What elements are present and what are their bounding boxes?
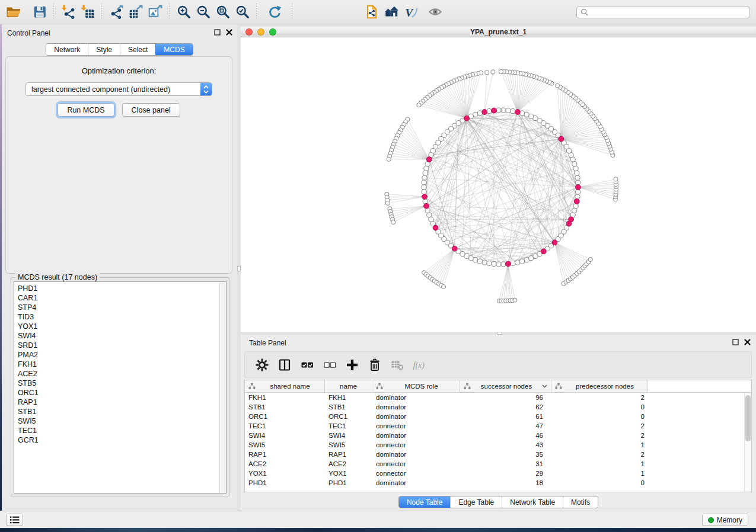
leaf-node[interactable] <box>441 284 445 289</box>
table-settings-button[interactable] <box>251 355 273 375</box>
leaf-node[interactable] <box>614 177 618 181</box>
network-node[interactable] <box>487 108 492 113</box>
zoom-out-button[interactable] <box>193 2 213 22</box>
mcds-hub-node[interactable] <box>552 240 557 245</box>
mcds-result-item[interactable]: GCR1 <box>18 435 226 445</box>
network-window-titlebar[interactable]: YPA_prune.txt_1 <box>241 27 756 37</box>
tab-motifs[interactable]: Motifs <box>563 496 598 508</box>
network-node[interactable] <box>422 190 426 194</box>
mcds-hub-node[interactable] <box>424 203 429 209</box>
import-table-button[interactable] <box>78 2 97 22</box>
network-node[interactable] <box>575 194 580 199</box>
mcds-list-scrollbar[interactable] <box>219 282 226 493</box>
leaf-node[interactable] <box>485 70 489 75</box>
leaf-node[interactable] <box>513 298 517 302</box>
column-header-MCDS-role[interactable]: MCDS role <box>372 380 460 392</box>
leaf-node[interactable] <box>555 84 559 88</box>
save-session-button[interactable] <box>30 2 49 22</box>
sort-chevron-icon[interactable] <box>542 384 547 389</box>
network-node[interactable] <box>575 171 579 175</box>
network-node[interactable] <box>501 262 506 267</box>
close-panel-button[interactable]: Close panel <box>122 103 180 117</box>
delete-table-button[interactable] <box>386 355 409 375</box>
network-node[interactable] <box>492 261 496 266</box>
network-node[interactable] <box>477 111 482 116</box>
column-header-name[interactable]: name <box>325 380 372 392</box>
table-row[interactable]: FKH1FKH1dominator962 <box>245 393 744 402</box>
mcds-hub-node[interactable] <box>515 110 520 115</box>
show-hide-button[interactable] <box>425 2 445 22</box>
network-canvas[interactable] <box>241 37 756 332</box>
network-node[interactable] <box>422 180 426 185</box>
network-node[interactable] <box>496 262 501 267</box>
mcds-result-item[interactable]: SWI4 <box>18 331 226 341</box>
mcds-hub-node[interactable] <box>541 249 546 254</box>
mcds-result-item[interactable]: ORC1 <box>18 388 226 398</box>
mcds-hub-node[interactable] <box>574 198 579 204</box>
network-node[interactable] <box>487 261 492 265</box>
unselect-all-button[interactable] <box>318 355 341 375</box>
mcds-hub-node[interactable] <box>452 246 457 251</box>
network-node[interactable] <box>473 112 478 117</box>
network-node[interactable] <box>572 161 577 166</box>
network-node[interactable] <box>473 258 478 262</box>
network-node[interactable] <box>576 190 580 194</box>
mcds-result-item[interactable]: FKH1 <box>18 360 226 369</box>
network-node[interactable] <box>524 112 529 117</box>
network-node[interactable] <box>424 166 429 171</box>
mcds-hub-node[interactable] <box>559 136 564 142</box>
network-from-file-button[interactable] <box>362 2 381 22</box>
network-node[interactable] <box>573 204 578 209</box>
table-row[interactable]: SWI5SWI5connector431 <box>245 440 744 450</box>
table-row[interactable]: PHD1PHD1dominator180 <box>245 478 744 488</box>
table-row[interactable]: ORC1ORC1dominator610 <box>245 412 744 421</box>
mcds-hub-node[interactable] <box>506 261 511 267</box>
mcds-result-item[interactable]: RAP1 <box>18 398 226 407</box>
leaf-node[interactable] <box>499 69 503 73</box>
network-node[interactable] <box>423 199 428 204</box>
zoom-in-button[interactable] <box>174 2 193 22</box>
mcds-hub-node[interactable] <box>433 225 438 230</box>
table-row[interactable]: SWI4SWI4dominator462 <box>245 431 744 440</box>
close-panel-icon[interactable] <box>744 339 751 345</box>
mcds-result-item[interactable]: SWI5 <box>18 416 226 426</box>
network-node[interactable] <box>519 259 524 264</box>
mcds-result-item[interactable]: PMA2 <box>18 350 226 360</box>
mcds-result-item[interactable]: TEC1 <box>18 426 226 435</box>
leaf-node[interactable] <box>387 157 391 161</box>
mcds-result-item[interactable]: ACE2 <box>18 369 226 379</box>
network-node[interactable] <box>515 260 520 265</box>
network-node[interactable] <box>422 175 427 180</box>
close-panel-icon[interactable] <box>226 29 232 36</box>
float-panel-icon[interactable] <box>732 339 739 345</box>
table-row[interactable]: ACE2ACE2connector311 <box>245 459 744 469</box>
select-all-button[interactable] <box>296 355 318 375</box>
float-panel-icon[interactable] <box>214 29 221 36</box>
mcds-hub-node[interactable] <box>464 116 470 121</box>
export-network-button[interactable] <box>106 2 126 22</box>
zoom-selected-button[interactable] <box>232 2 252 22</box>
network-node[interactable] <box>573 166 578 171</box>
network-node[interactable] <box>575 175 580 180</box>
table-row[interactable]: STB1STB1dominator620 <box>245 402 744 412</box>
mcds-hub-node[interactable] <box>426 157 432 162</box>
mcds-hub-node[interactable] <box>576 185 581 190</box>
show-column-button[interactable] <box>273 355 296 375</box>
network-node[interactable] <box>501 108 506 113</box>
mcds-hub-node[interactable] <box>492 108 497 113</box>
export-table-button[interactable] <box>126 2 145 22</box>
mcds-result-item[interactable]: CAR1 <box>18 293 226 303</box>
criterion-dropdown[interactable]: largest connected component (undirected) <box>25 82 212 96</box>
tab-select[interactable]: Select <box>120 44 155 55</box>
mcds-result-item[interactable]: STP4 <box>18 303 226 312</box>
zoom-fit-button[interactable] <box>213 2 232 22</box>
export-image-button[interactable] <box>145 2 165 22</box>
table-row[interactable]: YOX1YOX1connector291 <box>245 469 744 478</box>
network-node[interactable] <box>496 108 501 113</box>
mcds-hub-node[interactable] <box>566 221 572 226</box>
tab-style[interactable]: Style <box>88 44 120 55</box>
network-node[interactable] <box>422 185 426 190</box>
network-node[interactable] <box>572 208 577 213</box>
network-graph[interactable] <box>241 37 756 332</box>
memory-button[interactable]: Memory <box>702 514 748 526</box>
